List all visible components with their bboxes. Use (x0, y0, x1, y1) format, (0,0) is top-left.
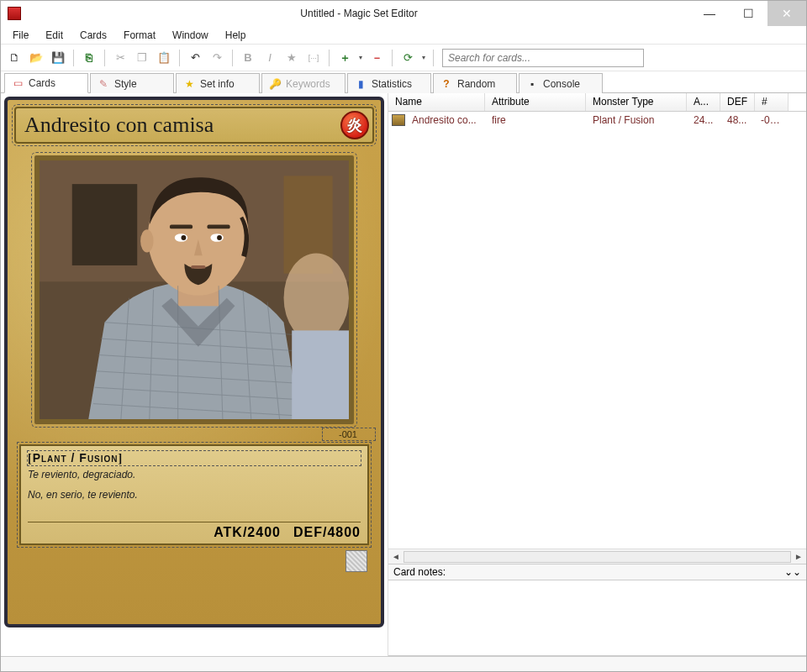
svg-point-13 (140, 229, 153, 252)
card-name-field[interactable]: Andresito con camisa 炎 (14, 107, 374, 144)
reminder-button[interactable] (303, 48, 324, 68)
close-button[interactable]: ✕ (767, 1, 806, 26)
col-atk[interactable]: A... (687, 93, 720, 111)
paste-button[interactable] (154, 48, 174, 68)
app-icon (8, 7, 21, 20)
key-icon (269, 78, 281, 90)
svg-rect-12 (191, 265, 205, 269)
search-input[interactable] (442, 49, 644, 67)
svg-point-9 (182, 235, 187, 240)
undo-button[interactable] (185, 48, 205, 68)
tab-cards[interactable]: Cards (4, 73, 88, 93)
notes-input[interactable] (388, 580, 806, 656)
rotate-dropdown[interactable]: ▾ (419, 54, 428, 61)
cut-button[interactable] (110, 48, 130, 68)
horizontal-scrollbar[interactable]: ◄ ► (388, 549, 806, 564)
open-button[interactable] (26, 48, 46, 68)
titlebar: Untitled - Magic Set Editor — ☐ ✕ (1, 1, 806, 26)
remove-card-button[interactable] (367, 48, 387, 68)
card-list-pane: Name Attribute Monster Type A... DEF # A… (388, 93, 806, 656)
tabs: Cards Style Set info Keywords Statistics… (1, 71, 806, 93)
svg-point-11 (217, 235, 222, 240)
menubar: File Edit Cards Format Window Help (1, 26, 806, 45)
minimize-button[interactable]: — (690, 1, 729, 26)
cell-def: 48... (720, 114, 754, 126)
flavor-text[interactable]: Te reviento, degraciado. No, en serio, t… (28, 469, 361, 509)
cell-number: -001 (754, 114, 788, 126)
chevron-down-icon[interactable]: ⌄⌄ (784, 566, 801, 578)
fire-icon: 炎 (347, 115, 362, 135)
separator (232, 50, 233, 66)
tab-keywords[interactable]: Keywords (261, 73, 345, 93)
save-button[interactable] (48, 48, 68, 68)
bold-button[interactable] (238, 48, 258, 68)
separator (392, 50, 393, 66)
tab-style[interactable]: Style (90, 73, 174, 93)
col-attribute[interactable]: Attribute (485, 93, 586, 111)
svg-rect-7 (207, 225, 229, 229)
col-name[interactable]: Name (388, 93, 485, 111)
redo-button[interactable] (207, 48, 227, 68)
tab-random[interactable]: Random (433, 73, 517, 93)
separator (73, 50, 74, 66)
tab-label: Style (114, 78, 137, 90)
tab-label: Console (543, 78, 580, 90)
chart-icon (355, 78, 367, 90)
card-name-text: Andresito con camisa (24, 113, 340, 138)
menu-edit[interactable]: Edit (37, 28, 71, 43)
list-body[interactable]: Andresito co... fire Plant / Fusion 24..… (388, 112, 806, 549)
attribute-badge[interactable]: 炎 (340, 111, 369, 139)
add-card-dropdown[interactable]: ▾ (356, 54, 365, 61)
tab-set-info[interactable]: Set info (176, 73, 260, 93)
set-number-field[interactable]: -001 (324, 429, 374, 439)
menu-file[interactable]: File (4, 28, 37, 43)
notes-header[interactable]: Card notes: ⌄⌄ (388, 564, 806, 580)
tab-console[interactable]: Console (519, 73, 603, 93)
add-card-button[interactable] (335, 48, 355, 68)
tab-label: Statistics (372, 78, 412, 90)
copy-button[interactable] (132, 48, 152, 68)
new-button[interactable] (4, 48, 24, 68)
rotate-button[interactable] (398, 48, 418, 68)
card-thumb-icon (392, 114, 405, 126)
console-icon (526, 78, 538, 90)
type-line[interactable]: Plant / Fusion (28, 451, 361, 465)
scroll-right-icon[interactable]: ► (791, 552, 806, 561)
scroll-left-icon[interactable]: ◄ (388, 552, 404, 561)
cell-atk: 24... (687, 114, 720, 126)
svg-rect-6 (170, 225, 193, 229)
menu-cards[interactable]: Cards (71, 28, 115, 43)
cards-icon (12, 77, 24, 89)
content: Andresito con camisa 炎 (1, 93, 806, 656)
maximize-button[interactable]: ☐ (729, 1, 767, 26)
separator (329, 50, 330, 66)
star-icon (183, 78, 195, 90)
toolbar: ▾ ▾ (1, 45, 806, 71)
svg-rect-3 (72, 184, 137, 265)
menu-window[interactable]: Window (164, 28, 217, 43)
cell-name: Andresito co... (405, 114, 485, 126)
menu-format[interactable]: Format (115, 28, 164, 43)
notes-label: Card notes: (393, 566, 446, 578)
tab-label: Keywords (286, 78, 330, 90)
card-text-box[interactable]: Plant / Fusion Te reviento, degraciado. … (19, 444, 369, 545)
scroll-track[interactable] (404, 551, 791, 563)
list-row[interactable]: Andresito co... fire Plant / Fusion 24..… (388, 112, 806, 129)
atk-def-line[interactable]: ATK/2400 DEF/4800 (28, 522, 361, 540)
col-monster-type[interactable]: Monster Type (586, 93, 687, 111)
cell-type: Plant / Fusion (586, 114, 687, 126)
symbol-button[interactable] (282, 48, 302, 68)
separator (179, 50, 180, 66)
export-button[interactable] (79, 48, 99, 68)
col-def[interactable]: DEF (720, 93, 755, 111)
menu-help[interactable]: Help (217, 28, 255, 43)
tab-statistics[interactable]: Statistics (347, 73, 431, 93)
random-icon (440, 78, 452, 90)
col-number[interactable]: # (755, 93, 789, 111)
italic-button[interactable] (260, 48, 280, 68)
card-preview-pane: Andresito con camisa 炎 (1, 93, 388, 656)
card-art[interactable] (34, 155, 354, 424)
card-preview[interactable]: Andresito con camisa 炎 (4, 97, 384, 627)
svg-rect-27 (292, 330, 349, 419)
svg-point-26 (284, 253, 349, 343)
